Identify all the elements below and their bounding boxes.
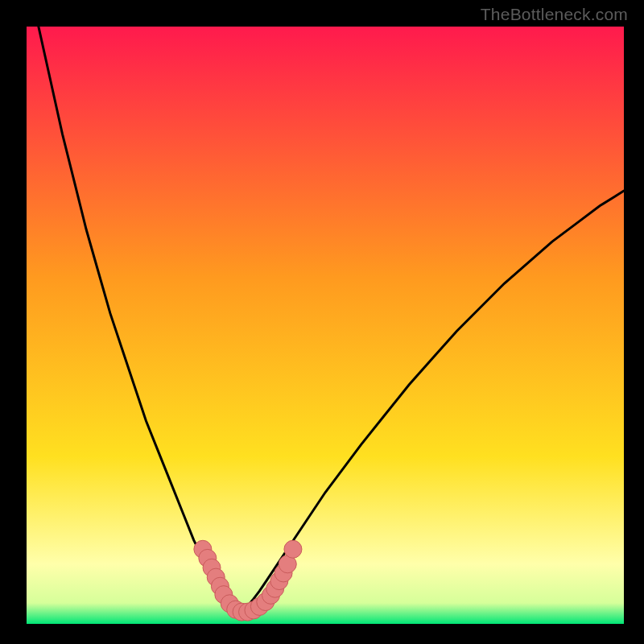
valley-markers — [194, 540, 302, 621]
curves-layer — [27, 27, 624, 624]
chart-frame: TheBottleneck.com — [0, 0, 644, 644]
plot-area — [27, 27, 624, 624]
valley-marker — [284, 540, 302, 558]
watermark-label: TheBottleneck.com — [481, 5, 628, 24]
left-curve — [39, 27, 242, 612]
